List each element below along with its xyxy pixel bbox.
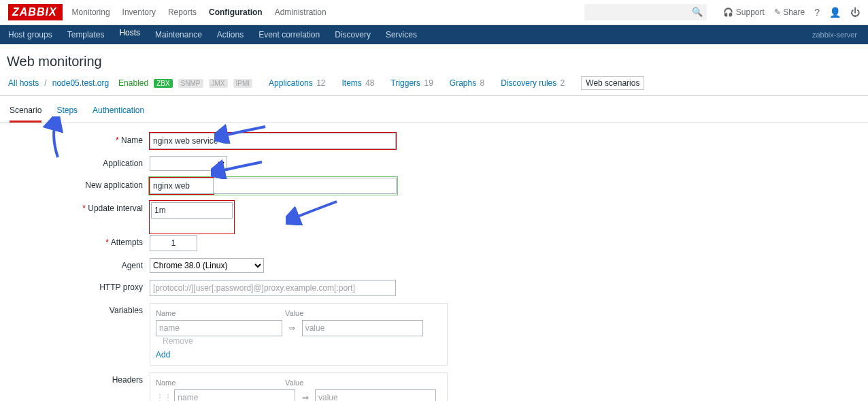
link-applications[interactable]: Applications 12 [269, 78, 325, 88]
crumb-sep: / [44, 78, 46, 88]
search-wrap: 🔍 [584, 4, 707, 20]
search-input[interactable] [584, 4, 707, 20]
nav-inventory[interactable]: Inventory [122, 7, 156, 17]
variable-row: ⇒ Remove [156, 320, 441, 346]
share-link[interactable]: ✎ Share [774, 7, 805, 17]
label-headers: Headers [7, 372, 150, 385]
help-icon[interactable]: ? [814, 7, 820, 18]
host-enabled: Enabled [118, 78, 148, 88]
brand-logo: ZABBIX [8, 4, 63, 20]
label-variables: Variables [7, 303, 150, 315]
link-web-scenarios[interactable]: Web scenarios [581, 76, 644, 90]
search-icon[interactable]: 🔍 [692, 7, 703, 17]
variables-box: NameValue ⇒ Remove Add [150, 303, 448, 366]
link-discovery[interactable]: Discovery rules 2 [501, 78, 565, 88]
scenario-form: Name Application New application Update … [0, 123, 868, 401]
header-value-field[interactable] [315, 389, 436, 401]
subnav-actions[interactable]: Actions [217, 25, 244, 44]
subnav-host-groups[interactable]: Host groups [8, 25, 52, 44]
link-graphs[interactable]: Graphs 8 [450, 78, 484, 88]
subnav-services[interactable]: Services [386, 25, 417, 44]
share-icon: ✎ [774, 7, 781, 17]
host-bar: All hosts / node05.test.org Enabled ZBX … [0, 71, 868, 96]
power-icon[interactable]: ⏻ [850, 7, 860, 18]
form-tabs: Scenario Steps Authentication [0, 96, 868, 123]
variable-value-field[interactable] [302, 320, 423, 336]
subnav-maintenance[interactable]: Maintenance [155, 25, 202, 44]
label-new-application: New application [7, 178, 150, 190]
tag-ipmi: IPMI [233, 79, 253, 88]
tag-jmx: JMX [209, 79, 228, 88]
headset-icon: 🎧 [723, 7, 733, 17]
new-application-field-ext[interactable] [214, 178, 397, 194]
tag-zbx: ZBX [154, 79, 172, 88]
headers-box: NameValue ⋮⋮ ⇒ Remove Add [150, 372, 448, 401]
user-icon[interactable]: 👤 [829, 7, 841, 18]
drag-handle-icon[interactable]: ⋮⋮ [156, 393, 172, 401]
subnav-templates[interactable]: Templates [67, 25, 105, 44]
link-items[interactable]: Items 48 [342, 78, 375, 88]
nav-monitoring[interactable]: Monitoring [72, 7, 110, 17]
label-name: Name [7, 133, 150, 145]
variable-remove[interactable]: Remove [163, 336, 193, 346]
nav-reports[interactable]: Reports [168, 7, 197, 17]
arrow-icon: ⇒ [302, 393, 309, 401]
new-application-field[interactable] [150, 178, 214, 194]
tab-authentication[interactable]: Authentication [93, 103, 144, 123]
variable-add-link[interactable]: Add [156, 350, 170, 359]
header-name-field[interactable] [174, 389, 295, 401]
label-http-proxy: HTTP proxy [7, 280, 150, 292]
subnav-hosts[interactable]: Hosts [119, 23, 140, 47]
name-field[interactable] [150, 133, 396, 149]
http-proxy-field[interactable] [150, 280, 396, 296]
header-row: ⋮⋮ ⇒ Remove [156, 389, 441, 401]
attempts-field[interactable] [150, 235, 197, 251]
top-menu: ZABBIX Monitoring Inventory Reports Conf… [0, 0, 868, 25]
variables-value-hdr: Value [285, 309, 303, 317]
arrow-icon: ⇒ [288, 323, 295, 333]
label-attempts: Attempts [7, 235, 150, 247]
subnav-event-correlation[interactable]: Event correlation [258, 25, 320, 44]
label-application: Application [7, 156, 150, 168]
link-triggers[interactable]: Triggers 19 [391, 78, 433, 88]
sub-menu: Host groups Templates Hosts Maintenance … [0, 25, 868, 44]
crumb-host[interactable]: node05.test.org [52, 78, 109, 88]
server-name: zabbix-server [812, 31, 857, 39]
subnav-discovery[interactable]: Discovery [335, 25, 371, 44]
variable-name-field[interactable] [156, 320, 282, 336]
agent-select[interactable]: Chrome 38.0 (Linux) [150, 258, 264, 273]
variables-name-hdr: Name [156, 309, 285, 317]
nav-administration[interactable]: Administration [275, 7, 327, 17]
tab-steps[interactable]: Steps [56, 103, 78, 123]
headers-name-hdr: Name [156, 379, 285, 387]
tag-snmp: SNMP [178, 79, 203, 88]
label-agent: Agent [7, 258, 150, 270]
page-title: Web monitoring [0, 44, 868, 71]
support-link[interactable]: 🎧 Support [723, 7, 764, 17]
update-interval-field[interactable] [151, 202, 233, 219]
label-update-interval: Update interval [7, 201, 150, 213]
crumb-all-hosts[interactable]: All hosts [8, 78, 39, 88]
tab-scenario[interactable]: Scenario [10, 103, 41, 123]
headers-value-hdr: Value [285, 379, 303, 387]
nav-configuration[interactable]: Configuration [209, 7, 263, 17]
application-select[interactable] [150, 156, 227, 171]
